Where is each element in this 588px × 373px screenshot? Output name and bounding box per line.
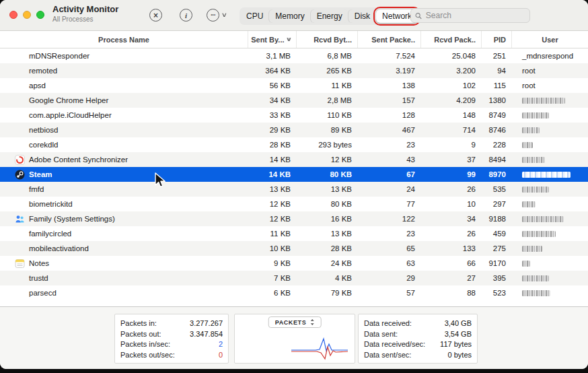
column-header-sent-bytes[interactable]: Sent By...∨ — [248, 31, 296, 48]
data-stats-box: Data received:3,40 GB Data sent:3,54 GB … — [358, 314, 478, 364]
sent-bytes: 10 KB — [248, 244, 296, 252]
sent-bytes: 29 KB — [248, 126, 296, 134]
table-row[interactable]: mobileactivationd 10 KB 28 KB 65 133 275 — [0, 241, 588, 256]
table-row[interactable]: fmfd 13 KB 13 KB 24 26 535 — [0, 182, 588, 197]
table-row[interactable]: apsd 56 KB 11 KB 138 102 115 root — [0, 78, 588, 93]
stat-value: 3,54 GB — [445, 329, 472, 340]
table-row[interactable]: Adobe Content Synchronizer 14 KB 12 KB 4… — [0, 152, 588, 167]
titlebar: Activity Monitor All Processes × i ··· ∨… — [0, 0, 588, 31]
tab-memory[interactable]: Memory — [269, 9, 310, 23]
rcvd-bytes: 293 bytes — [296, 141, 357, 149]
sent-packets: 57 — [357, 289, 420, 297]
sent-bytes: 13 KB — [248, 185, 296, 193]
table-row[interactable]: Google Chrome Helper 34 KB 2,8 MB 157 4.… — [0, 93, 588, 108]
sent-packets: 467 — [357, 126, 420, 134]
rcvd-packets: 66 — [420, 259, 481, 267]
sent-bytes: 14 KB — [248, 170, 296, 178]
redacted-user — [522, 186, 549, 193]
table-row[interactable]: com.apple.iCloudHelper 33 KB 110 KB 128 … — [0, 108, 588, 123]
process-name: remoted — [29, 67, 57, 75]
rcvd-bytes: 12 KB — [296, 156, 357, 164]
stat-line: Packets in/sec:2 — [120, 339, 223, 350]
column-header-rcvd-bytes[interactable]: Rcvd Byt... — [296, 31, 357, 48]
table-row[interactable]: parsecd 6 KB 79 KB 57 88 523 — [0, 285, 588, 300]
redacted-user — [522, 201, 536, 207]
rcvd-packets: 9 — [420, 141, 481, 149]
packets-sparkline-graph — [290, 331, 349, 362]
column-header-sent-packets[interactable]: Sent Packe.. — [357, 31, 420, 48]
stat-value: 3.277.267 — [190, 318, 223, 329]
pid: 275 — [481, 244, 511, 252]
sent-packets: 128 — [357, 111, 420, 119]
rcvd-bytes: 24 KB — [296, 259, 357, 267]
stat-label: Packets out: — [120, 329, 161, 340]
pid: 251 — [481, 52, 511, 60]
stat-label: Data sent: — [364, 329, 398, 340]
rcvd-bytes: 28 KB — [296, 244, 357, 252]
rcvd-bytes: 13 KB — [296, 185, 357, 193]
rcvd-bytes: 110 KB — [296, 111, 357, 119]
search-field[interactable] — [410, 8, 530, 23]
table-row[interactable]: Notes 9 KB 24 KB 63 66 9170 — [0, 256, 588, 271]
table-row[interactable]: netbiosd 29 KB 89 KB 467 714 8746 — [0, 123, 588, 137]
search-input[interactable] — [425, 10, 525, 21]
redacted-user — [522, 98, 565, 104]
process-name: biometrickitd — [29, 200, 73, 208]
process-name: fmfd — [29, 185, 44, 193]
inspect-process-button[interactable]: i — [180, 9, 192, 22]
pid: 8494 — [481, 156, 511, 164]
process-name: com.apple.iCloudHelper — [29, 111, 112, 119]
rcvd-packets: 26 — [420, 230, 481, 238]
redacted-user — [522, 290, 550, 296]
stat-label: Packets out/sec: — [120, 350, 175, 361]
tab-energy[interactable]: Energy — [311, 9, 348, 23]
pid: 9188 — [481, 215, 511, 223]
column-header-process-name[interactable]: Process Name — [0, 31, 248, 48]
process-name: mobileactivationd — [29, 244, 89, 252]
app-icon-notes — [15, 259, 25, 269]
table-row-selected[interactable]: Steam 14 KB 80 KB 67 99 8970 — [0, 167, 588, 182]
tab-disk[interactable]: Disk — [348, 9, 376, 23]
table-row[interactable]: Family (System Settings) 12 KB 16 KB 122… — [0, 211, 588, 226]
process-name: corekdld — [29, 141, 58, 149]
tab-cpu[interactable]: CPU — [240, 9, 269, 23]
packets-dropdown[interactable]: PACKETS — [268, 316, 322, 328]
stop-process-button[interactable]: × — [149, 9, 162, 22]
column-header-rcvd-packets[interactable]: Rcvd Pack.. — [420, 31, 481, 48]
app-icon-adobe — [15, 155, 25, 165]
close-window-button[interactable] — [9, 11, 17, 19]
sent-bytes: 34 KB — [248, 96, 296, 104]
pid: 94 — [481, 67, 511, 75]
column-header-user[interactable]: User — [511, 31, 588, 48]
sort-descending-icon: ∨ — [285, 36, 292, 42]
user: root — [522, 81, 536, 90]
rcvd-packets: 714 — [420, 126, 481, 134]
redacted-user — [522, 127, 540, 133]
table-row[interactable]: corekdld 28 KB 293 bytes 23 9 228 — [0, 137, 588, 152]
redacted-user — [522, 216, 564, 222]
rcvd-bytes: 16 KB — [296, 215, 357, 223]
more-options-button[interactable]: ··· — [207, 9, 219, 22]
window-subtitle: All Processes — [52, 15, 118, 24]
pid: 1380 — [481, 96, 511, 104]
column-header-pid[interactable]: PID — [481, 31, 511, 48]
table-row[interactable]: trustd 7 KB 4 KB 29 27 395 — [0, 271, 588, 285]
sent-packets: 77 — [357, 200, 420, 208]
pid: 9170 — [481, 259, 511, 267]
stat-line: Data received/sec:117 bytes — [364, 339, 472, 350]
sent-bytes: 6 KB — [248, 289, 296, 297]
rcvd-bytes: 11 KB — [296, 81, 357, 90]
table-row[interactable]: familycircled 11 KB 13 KB 23 26 459 — [0, 226, 588, 241]
table-row[interactable]: remoted 364 KB 265 KB 3.197 3.200 94 roo… — [0, 63, 588, 78]
chevron-down-icon[interactable]: ∨ — [221, 11, 227, 18]
rcvd-packets: 37 — [420, 156, 481, 164]
stat-label: Data sent/sec: — [364, 350, 411, 361]
sent-packets: 67 — [357, 170, 420, 178]
zoom-window-button[interactable] — [36, 11, 44, 19]
table-row[interactable]: biometrickitd 12 KB 80 KB 77 10 297 — [0, 197, 588, 211]
sent-packets: 24 — [357, 185, 420, 193]
table-row[interactable]: mDNSResponder 3,1 MB 6,8 MB 7.524 25.048… — [0, 48, 588, 63]
window-title-block: Activity Monitor All Processes — [52, 5, 118, 23]
minimize-window-button[interactable] — [23, 11, 31, 19]
rcvd-packets: 26 — [420, 185, 481, 193]
